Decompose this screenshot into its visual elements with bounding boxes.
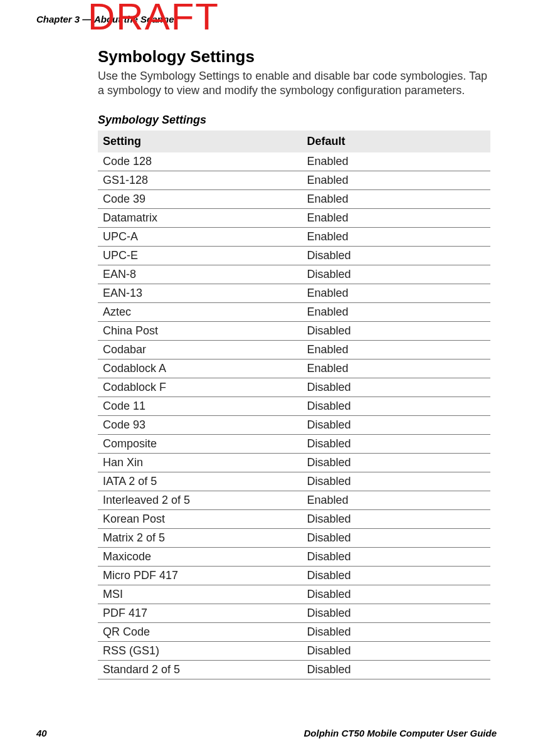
cell-default: Enabled [302, 359, 490, 378]
table-row: IATA 2 of 5Disabled [98, 472, 490, 491]
cell-default: Disabled [302, 585, 490, 604]
table-header-default: Default [302, 130, 490, 152]
cell-setting: Code 39 [98, 189, 302, 208]
cell-setting: UPC-A [98, 227, 302, 246]
guide-title: Dolphin CT50 Mobile Computer User Guide [303, 728, 497, 738]
cell-default: Disabled [302, 415, 490, 434]
table-row: Code 39Enabled [98, 189, 490, 208]
section-title: Symbology Settings [98, 47, 490, 67]
cell-setting: Codablock F [98, 378, 302, 397]
cell-default: Enabled [302, 189, 490, 208]
table-row: Han XinDisabled [98, 453, 490, 472]
cell-default: Disabled [302, 453, 490, 472]
cell-default: Enabled [302, 340, 490, 359]
table-row: China PostDisabled [98, 321, 490, 340]
table-row: CodabarEnabled [98, 340, 490, 359]
cell-default: Disabled [302, 566, 490, 585]
cell-default: Disabled [302, 509, 490, 528]
cell-setting: Standard 2 of 5 [98, 660, 302, 679]
symbology-table: Setting Default Code 128EnabledGS1-128En… [98, 130, 490, 679]
table-row: MaxicodeDisabled [98, 547, 490, 566]
table-caption: Symbology Settings [98, 114, 490, 127]
cell-setting: Composite [98, 434, 302, 453]
table-row: UPC-EDisabled [98, 246, 490, 265]
cell-default: Enabled [302, 491, 490, 509]
cell-setting: Datamatrix [98, 208, 302, 227]
cell-setting: Matrix 2 of 5 [98, 528, 302, 547]
cell-setting: EAN-8 [98, 265, 302, 284]
table-row: UPC-AEnabled [98, 227, 490, 246]
table-row: PDF 417Disabled [98, 604, 490, 622]
cell-default: Enabled [302, 171, 490, 189]
table-row: EAN-8Disabled [98, 265, 490, 284]
cell-default: Enabled [302, 152, 490, 171]
cell-default: Enabled [302, 208, 490, 227]
table-row: Code 11Disabled [98, 397, 490, 415]
table-row: Code 93Disabled [98, 415, 490, 434]
cell-default: Disabled [302, 547, 490, 566]
cell-setting: China Post [98, 321, 302, 340]
cell-default: Disabled [302, 265, 490, 284]
table-row: RSS (GS1)Disabled [98, 641, 490, 660]
table-row: GS1-128Enabled [98, 171, 490, 189]
cell-default: Disabled [302, 246, 490, 265]
cell-default: Disabled [302, 378, 490, 397]
cell-setting: GS1-128 [98, 171, 302, 189]
cell-default: Disabled [302, 622, 490, 641]
cell-setting: Code 93 [98, 415, 302, 434]
cell-setting: IATA 2 of 5 [98, 472, 302, 491]
cell-setting: Micro PDF 417 [98, 566, 302, 585]
table-row: DatamatrixEnabled [98, 208, 490, 227]
cell-setting: QR Code [98, 622, 302, 641]
cell-default: Enabled [302, 302, 490, 321]
cell-setting: Code 128 [98, 152, 302, 171]
table-row: Code 128Enabled [98, 152, 490, 171]
cell-setting: Aztec [98, 302, 302, 321]
section-description: Use the Symbology Settings to enable and… [98, 69, 490, 98]
table-row: EAN-13Enabled [98, 284, 490, 302]
cell-setting: RSS (GS1) [98, 641, 302, 660]
table-row: Micro PDF 417Disabled [98, 566, 490, 585]
table-row: Codablock AEnabled [98, 359, 490, 378]
cell-default: Enabled [302, 284, 490, 302]
table-row: QR CodeDisabled [98, 622, 490, 641]
chapter-header: Chapter 3 — About the Scanner [36, 14, 497, 24]
cell-default: Disabled [302, 397, 490, 415]
cell-default: Disabled [302, 660, 490, 679]
cell-setting: Codabar [98, 340, 302, 359]
cell-default: Disabled [302, 472, 490, 491]
cell-default: Enabled [302, 227, 490, 246]
cell-setting: Codablock A [98, 359, 302, 378]
cell-setting: Han Xin [98, 453, 302, 472]
table-header-setting: Setting [98, 130, 302, 152]
page-number: 40 [36, 728, 47, 738]
cell-setting: Maxicode [98, 547, 302, 566]
table-row: CompositeDisabled [98, 434, 490, 453]
table-row: Standard 2 of 5Disabled [98, 660, 490, 679]
cell-setting: Interleaved 2 of 5 [98, 491, 302, 509]
table-row: Matrix 2 of 5Disabled [98, 528, 490, 547]
table-row: Codablock FDisabled [98, 378, 490, 397]
table-row: Korean PostDisabled [98, 509, 490, 528]
cell-setting: EAN-13 [98, 284, 302, 302]
cell-default: Disabled [302, 604, 490, 622]
cell-default: Disabled [302, 321, 490, 340]
cell-setting: MSI [98, 585, 302, 604]
cell-default: Disabled [302, 641, 490, 660]
cell-setting: Code 11 [98, 397, 302, 415]
table-row: Interleaved 2 of 5Enabled [98, 491, 490, 509]
cell-setting: UPC-E [98, 246, 302, 265]
table-row: MSIDisabled [98, 585, 490, 604]
cell-setting: Korean Post [98, 509, 302, 528]
cell-default: Disabled [302, 528, 490, 547]
cell-default: Disabled [302, 434, 490, 453]
table-row: AztecEnabled [98, 302, 490, 321]
cell-setting: PDF 417 [98, 604, 302, 622]
